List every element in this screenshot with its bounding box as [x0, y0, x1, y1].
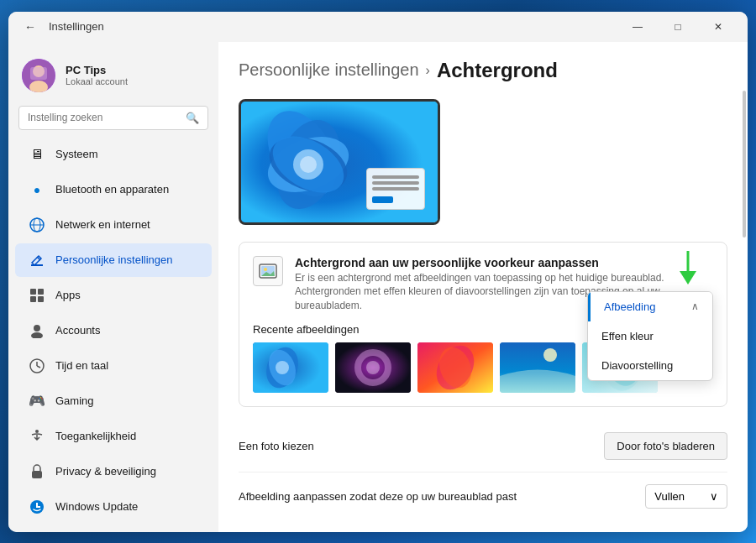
dropdown-item-diavoorstelling[interactable]: Diavoorstelling — [588, 351, 712, 380]
svg-rect-10 — [38, 289, 44, 295]
sidebar-item-label: Netwerk en internet — [55, 218, 150, 231]
svg-line-17 — [37, 366, 40, 368]
window-title: Instellingen — [49, 20, 618, 33]
dropdown-box: Afbeelding ∧ Effen kleur Diavoorstelling — [587, 291, 713, 381]
recent-thumb-3[interactable] — [417, 342, 493, 393]
dropdown-area: Afbeelding ∧ Effen kleur Diavoorstelling — [587, 251, 713, 381]
svg-point-40 — [366, 361, 380, 374]
sidebar-item-systeem[interactable]: 🖥 Systeem — [15, 138, 212, 171]
svg-rect-9 — [30, 289, 36, 295]
preview-window-widget — [366, 168, 425, 210]
apps-icon — [29, 287, 45, 304]
svg-marker-33 — [680, 271, 696, 285]
svg-rect-12 — [38, 296, 44, 302]
gaming-icon: 🎮 — [29, 393, 45, 410]
image-fit-dropdown[interactable]: Vullen ∨ — [645, 484, 727, 509]
breadcrumb-current: Achtergrond — [437, 59, 558, 82]
systeem-icon: 🖥 — [29, 146, 45, 163]
sidebar-item-label: Toegankelijkheid — [55, 430, 136, 442]
page-header: Persoonlijke instellingen › Achtergrond — [239, 59, 727, 82]
sidebar-item-label: Gaming — [55, 394, 94, 407]
svg-point-37 — [276, 361, 289, 374]
sidebar-item-toegankelijkheid[interactable]: Toegankelijkheid — [15, 420, 212, 453]
dropdown-option-label: Afbeelding — [604, 300, 655, 313]
sidebar-item-label: Accounts — [55, 324, 100, 337]
image-fit-value: Vullen — [654, 490, 685, 503]
breadcrumb-parent: Persoonlijke instellingen — [239, 60, 419, 80]
svg-point-31 — [264, 268, 267, 271]
sidebar-item-netwerk[interactable]: Netwerk en internet — [15, 208, 212, 242]
content-area: PC Tips Lokaal account 🔍 🖥 Systeem ● Blu… — [8, 42, 748, 532]
windows-update-icon — [29, 499, 45, 515]
search-box[interactable]: 🔍 — [18, 106, 208, 130]
accounts-icon — [29, 322, 45, 339]
toegankelijkheid-icon — [29, 428, 45, 445]
choose-photo-label: Een foto kiezen — [239, 440, 314, 452]
recent-thumb-1[interactable] — [253, 342, 328, 393]
settings-window: ← Instellingen — □ ✕ — [8, 12, 748, 532]
titlebar: ← Instellingen — □ ✕ — [8, 12, 748, 42]
persoonlijk-icon — [29, 252, 45, 269]
sidebar-item-apps[interactable]: Apps — [15, 279, 212, 312]
sidebar-item-label: Bluetooth en apparaten — [55, 183, 169, 196]
sidebar-item-label: Windows Update — [55, 500, 138, 513]
window-controls: — □ ✕ — [618, 12, 738, 42]
scrollbar[interactable] — [743, 91, 746, 238]
svg-rect-11 — [30, 296, 36, 302]
netwerk-icon — [29, 217, 45, 233]
minimize-button[interactable]: — — [618, 12, 657, 42]
sidebar-item-persoonlijk[interactable]: Persoonlijke instellingen — [15, 243, 212, 277]
profile-subtitle: Lokaal account — [66, 76, 205, 86]
avatar-icon — [22, 59, 55, 92]
svg-rect-3 — [30, 67, 47, 80]
bluetooth-icon: ● — [29, 181, 45, 198]
sidebar-item-label: Persoonlijke instellingen — [55, 253, 172, 266]
sidebar-item-label: Tijd en taal — [55, 359, 108, 372]
sidebar-item-tijd[interactable]: Tijd en taal — [15, 349, 212, 383]
dropdown-option-label: Effen kleur — [601, 330, 654, 342]
recent-thumb-4[interactable] — [500, 342, 575, 393]
avatar — [22, 59, 55, 92]
privacy-icon — [29, 463, 45, 480]
bg-section-header: Achtergrond aan uw persoonlijke voorkeur… — [253, 256, 713, 313]
breadcrumb-chevron: › — [426, 63, 430, 78]
sidebar-item-accounts[interactable]: Accounts — [15, 314, 212, 347]
profile-section[interactable]: PC Tips Lokaal account — [8, 49, 218, 102]
maximize-button[interactable]: □ — [659, 12, 697, 42]
dropdown-option-label: Diavoorstelling — [601, 359, 673, 372]
sidebar-item-label: Privacy & beveiliging — [55, 465, 156, 478]
dropdown-collapse-icon[interactable]: ∧ — [691, 300, 699, 312]
svg-point-18 — [35, 430, 39, 433]
green-arrow-icon — [676, 251, 700, 285]
sidebar-item-bluetooth[interactable]: ● Bluetooth en apparaten — [15, 173, 212, 206]
close-button[interactable]: ✕ — [699, 12, 738, 42]
wallpaper-preview — [239, 99, 440, 225]
profile-name: PC Tips — [66, 64, 205, 76]
choose-photo-row: Een foto kiezen Door foto's bladeren — [239, 420, 727, 473]
tijd-icon — [29, 358, 45, 374]
recent-thumb-2[interactable] — [335, 342, 411, 393]
bg-section: Achtergrond aan uw persoonlijke voorkeur… — [239, 242, 727, 407]
sidebar-item-gaming[interactable]: 🎮 Gaming — [15, 384, 212, 418]
svg-point-45 — [543, 348, 557, 362]
green-arrow-indicator — [676, 251, 700, 288]
dropdown-item-effen-kleur[interactable]: Effen kleur — [588, 321, 712, 351]
sidebar: PC Tips Lokaal account 🔍 🖥 Systeem ● Blu… — [8, 42, 218, 532]
sidebar-item-label: Systeem — [55, 148, 98, 160]
image-fit-label: Afbeelding aanpassen zodat deze op uw bu… — [239, 490, 517, 503]
dropdown-item-afbeelding[interactable]: Afbeelding ∧ — [588, 292, 712, 321]
profile-info: PC Tips Lokaal account — [66, 64, 205, 86]
sidebar-item-windows-update[interactable]: Windows Update — [15, 490, 212, 524]
search-icon: 🔍 — [186, 112, 199, 124]
search-input[interactable] — [28, 112, 181, 123]
sidebar-item-label: Apps — [55, 289, 81, 301]
image-fit-row: Afbeelding aanpassen zodat deze op uw bu… — [239, 473, 727, 520]
svg-rect-19 — [32, 471, 42, 478]
bg-section-icon — [253, 256, 283, 286]
back-button[interactable]: ← — [18, 15, 42, 39]
svg-point-13 — [34, 325, 40, 332]
browse-photos-button[interactable]: Door foto's bladeren — [604, 432, 727, 460]
chevron-down-icon: ∨ — [710, 490, 718, 503]
sidebar-item-privacy[interactable]: Privacy & beveiliging — [15, 455, 212, 488]
svg-rect-7 — [31, 264, 43, 266]
